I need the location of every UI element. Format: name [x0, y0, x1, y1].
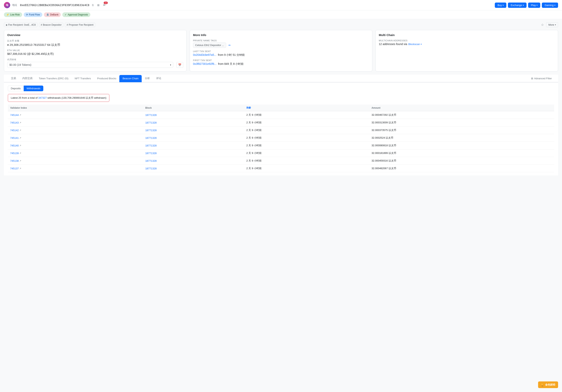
validator-link[interactable]: 745140 ↗: [10, 144, 140, 147]
more-button[interactable]: More ▾: [546, 22, 558, 27]
main-content: ◈ Fee Recipient: 0xeE...4C8 # Beacon Dep…: [0, 19, 562, 179]
block-link[interactable]: 18771328: [145, 136, 157, 139]
col-amount: Amount: [369, 105, 554, 111]
validator-link[interactable]: 745142 ↗: [10, 129, 140, 132]
validator-cell: 745137 ↗: [8, 165, 143, 172]
validator-link[interactable]: 745139 ↗: [10, 152, 140, 155]
tab-right: ⊞ Advanced Filter: [529, 75, 554, 81]
tab-token-transfers[interactable]: Token Transfers (ERC-20): [36, 75, 71, 82]
table-row: 745140 ↗ 18771328 2 天 9 小时前 32.000080818…: [8, 142, 554, 149]
calendar-button[interactable]: 📅: [176, 62, 183, 68]
block-cell: 18771328: [143, 149, 244, 157]
withdrawals-tab[interactable]: Withdrawals: [24, 86, 44, 91]
validator-link[interactable]: 745143 ↗: [10, 121, 140, 124]
qr-code-button[interactable]: ⊞: [96, 3, 100, 7]
tab-transactions[interactable]: 交易: [8, 75, 19, 82]
beacon-depositor-icon: #: [41, 23, 42, 26]
block-cell: 18771328: [143, 111, 244, 119]
multi-chain-card: Multi Chain MULTICHAIN ADDRESSES 12 addr…: [375, 30, 558, 71]
age-cell: 2 天 9 小时前: [244, 134, 369, 142]
block-link[interactable]: 18771328: [145, 121, 157, 124]
eth-value: $67,306,016.92 (@ $2,296.49/以太币): [7, 52, 183, 56]
age-cell: 2 天 9 小时前: [244, 142, 369, 149]
first-txn-value: 0x3f827301e92f6... from 849 天 8 小时前: [193, 62, 369, 66]
tab-analysis[interactable]: 分析: [142, 75, 153, 82]
low-risk-button[interactable]: ⚡ Low Risk: [4, 12, 22, 17]
tab-beacon-chain[interactable]: Beacon Chain: [119, 75, 142, 82]
table-row: 745142 ↗ 18771328 2 天 9 小时前 32.000373575…: [8, 126, 554, 134]
gaming-button[interactable]: Gaming ▾: [542, 2, 558, 8]
block-cell: 18771328: [143, 142, 244, 149]
token-row: $0.00 (19 Tokens) ▾ 📅: [7, 62, 183, 68]
tab-internal[interactable]: 内部交易: [19, 75, 36, 82]
star-button[interactable]: ☆: [541, 23, 544, 27]
notification-wrapper: ✉ 11: [102, 3, 106, 7]
block-link[interactable]: 18771328: [145, 113, 157, 116]
first-txn-label: FIRST TXN SENT: [193, 59, 369, 61]
fund-flow-button[interactable]: ⟳ Fund Flow: [24, 12, 42, 17]
total-withdrawals-link[interactable]: 347327: [38, 96, 47, 99]
tab-nft-transfers[interactable]: NFT Transfers: [71, 75, 94, 82]
buy-button[interactable]: Buy ▾: [495, 2, 506, 8]
multichain-label: MULTICHAIN ADDRESSES: [379, 39, 555, 42]
top-bar-right: Buy ▾ Exchange ▾ Play ▾ Gaming ▾: [495, 2, 558, 8]
deposits-tab[interactable]: Deposits: [8, 86, 24, 91]
approval-button[interactable]: ✓ Approval Diagnosis: [62, 12, 90, 17]
external-link-icon: ↗: [19, 121, 21, 124]
validator-link[interactable]: 745138 ↗: [10, 159, 140, 162]
amount-cell: 32.000482067 以太币: [369, 165, 554, 172]
copy-address-button[interactable]: ⎘: [91, 3, 94, 7]
labels-right: ☆ More ▾: [541, 22, 558, 27]
block-link[interactable]: 18771328: [145, 152, 157, 155]
last-txn-link[interactable]: 0x204d3cbe97a5...: [193, 53, 216, 56]
private-name-label: PRIVATE NAME TAGS: [193, 39, 369, 42]
edit-private-name-button[interactable]: ✏: [228, 43, 232, 47]
more-info-card: More Info PRIVATE NAME TAGS Celsius Eth2…: [190, 30, 372, 71]
more-info-title: More Info: [193, 33, 369, 37]
overview-title: Overview: [7, 33, 183, 37]
exchange-button[interactable]: Exchange ▾: [508, 2, 527, 8]
last-txn-label: LAST TXN SENT: [193, 50, 369, 53]
first-txn-link[interactable]: 0x3f827301e92f6...: [193, 62, 217, 65]
multi-chain-title: Multi Chain: [379, 33, 555, 37]
labels-row: ◈ Fee Recipient: 0xeE...4C8 # Beacon Dep…: [4, 22, 558, 27]
top-bar-left: 地 地址 0xeEE27662c2B8EBa3CD936A23F039F3189…: [4, 2, 106, 8]
external-link-icon: ↗: [19, 114, 21, 116]
top-bar: 地 地址 0xeEE27662c2B8EBa3CD936A23F039F3189…: [0, 0, 562, 10]
play-button[interactable]: Play ▾: [528, 2, 540, 8]
age-cell: 2 天 9 小时前: [244, 165, 369, 172]
debank-button[interactable]: 🏦 DeBank: [44, 12, 61, 17]
block-cell: 18771328: [143, 119, 244, 126]
validator-link[interactable]: 745141 ↗: [10, 136, 140, 139]
advanced-filter-button[interactable]: ⊞ Advanced Filter: [529, 75, 554, 81]
age-cell: 2 天 9 小时前: [244, 149, 369, 157]
action-bar: ⚡ Low Risk ⟳ Fund Flow 🏦 DeBank ✓ Approv…: [0, 10, 562, 19]
balance-label: 以太币 余额: [7, 39, 183, 42]
validator-link[interactable]: 745137 ↗: [10, 167, 140, 170]
overview-card: Overview 以太币 余额 ♦ 29,308.25158513 761533…: [4, 30, 187, 71]
block-link[interactable]: 18771328: [145, 144, 157, 147]
block-link[interactable]: 18771328: [145, 159, 157, 162]
validator-cell: 745139 ↗: [8, 149, 143, 157]
block-cell: 18771328: [143, 157, 244, 165]
amount-cell: 32.000080818 以太币: [369, 142, 554, 149]
block-link[interactable]: 18771328: [145, 167, 157, 170]
validator-cell: 745138 ↗: [8, 157, 143, 165]
block-cell: 18771328: [143, 126, 244, 134]
age-cell: 2 天 9 小时前: [244, 157, 369, 165]
tab-comments[interactable]: 评论: [153, 75, 164, 82]
age-cell: 2 天 9 小时前: [244, 119, 369, 126]
external-link-icon: ↗: [19, 137, 21, 139]
blockscan-link[interactable]: Blockscan ▾: [408, 43, 422, 46]
token-chevron-icon: ▾: [170, 64, 171, 66]
tab-produced-blocks[interactable]: Produced Blocks: [94, 75, 119, 82]
address-value: 0xeEE27662c2B8EBa3CD936A23F039F3189633e4…: [20, 3, 89, 7]
block-link[interactable]: 18771328: [145, 129, 157, 132]
token-select[interactable]: $0.00 (19 Tokens) ▾: [7, 62, 173, 68]
withdrawals-table: Validator Index Block 块龄 Amount 745144 ↗…: [8, 105, 554, 172]
validator-link[interactable]: 745144 ↗: [10, 113, 140, 116]
external-link-icon: ↗: [19, 152, 21, 155]
address-label: 地址: [12, 3, 17, 7]
more-chevron-icon: ▾: [555, 24, 556, 26]
external-link-icon: ↗: [19, 129, 21, 132]
